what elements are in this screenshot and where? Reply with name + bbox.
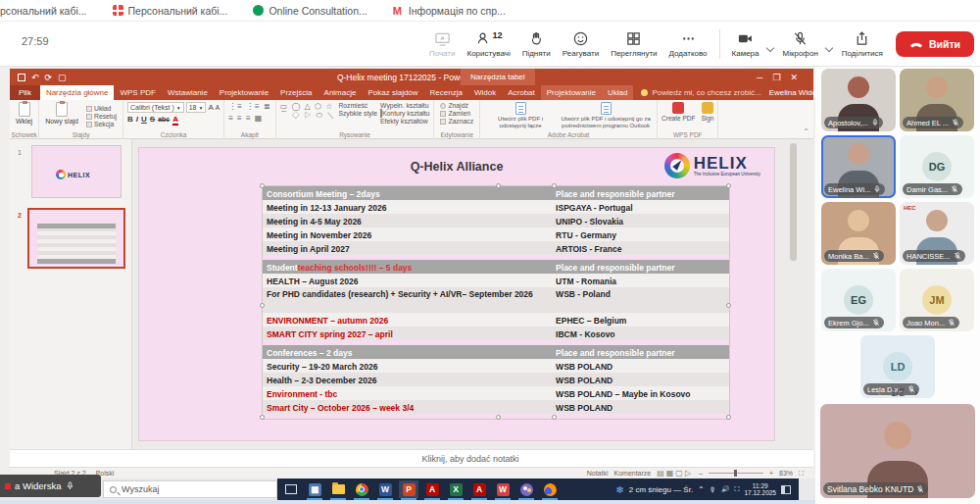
selection-handle[interactable]	[726, 183, 731, 188]
shape-effects-button[interactable]: Efekty kształtów	[380, 118, 429, 125]
tab-acrobat[interactable]: Acrobat	[502, 85, 541, 100]
taskbar-app-acrobat[interactable]: A	[422, 480, 442, 498]
participant-tile[interactable]: Ahmed EL ...	[900, 69, 974, 131]
restore-button[interactable]: ❒	[772, 73, 780, 82]
zoom-out-button[interactable]: –	[699, 470, 703, 477]
slide-thumbnail-2[interactable]	[27, 208, 125, 269]
more-button[interactable]: Додатково	[664, 28, 712, 60]
align-icons[interactable]: ≡ ≡ ≡ ▦	[228, 114, 270, 123]
shape-outline-button[interactable]: Kontury kształtu	[380, 110, 429, 117]
bookmark-item[interactable]: Online Consultation...	[253, 5, 367, 17]
leave-meeting-button[interactable]: Вийти	[896, 31, 974, 57]
bookmark-item[interactable]: рсональний кабі...	[0, 5, 87, 17]
create-pdf-link-button[interactable]: Utwórz plik PDF i udostępnij łącze	[484, 102, 557, 130]
taskbar-app-teams[interactable]	[516, 480, 536, 498]
taskbar-app-chrome[interactable]	[352, 480, 371, 498]
shapes-gallery-row2[interactable]: ⌒ ◇ ▷ ⬭ ＼	[280, 111, 336, 120]
table-row[interactable]: Security – 19-20 March 2026WSB POLAND	[263, 359, 729, 373]
participant-tile[interactable]: DGDamir Gas...	[900, 135, 974, 198]
zoom-slider-thumb[interactable]	[734, 470, 737, 477]
participant-tile[interactable]: Monika Ba...	[821, 202, 896, 265]
pager-prev-icon[interactable]: ‹	[877, 386, 881, 398]
table-row[interactable]: Environment - tbcWSB POLAND – Maybe in K…	[263, 386, 729, 400]
taskbar-app-file-explorer[interactable]	[328, 480, 348, 498]
participant-tile[interactable]: HECHANCISSE...	[900, 202, 974, 265]
taskbar-app-calculator[interactable]: ▦	[305, 480, 324, 498]
selection-handle[interactable]	[726, 303, 731, 308]
paste-button[interactable]: Wklej	[14, 102, 34, 130]
layout-button[interactable]: Układ	[86, 105, 117, 112]
format-s-button[interactable]: S	[150, 115, 155, 124]
notes-toggle[interactable]: Notatki	[587, 470, 609, 477]
contextual-tab-uk-ad[interactable]: Układ	[602, 85, 633, 100]
raise-hand-button[interactable]: Підняти	[517, 28, 556, 60]
section-button[interactable]: Sekcja	[86, 121, 117, 127]
close-button[interactable]: ✕	[790, 73, 798, 82]
bookmark-item[interactable]: Інформація по спр...	[393, 5, 506, 17]
replace-button[interactable]: Zamień	[440, 110, 473, 117]
fit-to-window-icon[interactable]: ⛶	[799, 470, 804, 478]
table-row[interactable]: Meeting in 12-13 January 2026ISPGAYA - P…	[263, 200, 729, 214]
share-button[interactable]: Поділитися	[837, 28, 888, 60]
selection-handle[interactable]	[726, 415, 731, 420]
vertical-scrollbar[interactable]	[790, 143, 797, 261]
tab-wps-pdf[interactable]: WPS PDF	[114, 85, 161, 100]
bookmark-item[interactable]: Персональний кабі...	[113, 5, 228, 17]
table-row[interactable]: Meeting in April 2027ARTOIS - France	[263, 241, 729, 255]
tell-me-box[interactable]: Powiedz mi, co chcesz zrobić...	[633, 85, 768, 100]
selection-handle[interactable]	[552, 415, 557, 420]
weather-text[interactable]: 2 cm śniegu — Śr.	[629, 485, 693, 494]
camera-button[interactable]: Камера	[727, 28, 764, 60]
selection-handle[interactable]	[260, 303, 265, 308]
create-pdf-outlook-button[interactable]: Utwórz plik PDF i udostępnij go za pośre…	[559, 102, 653, 130]
quick-styles-button[interactable]: Szybkie style	[338, 110, 377, 117]
camera-chevron-icon[interactable]	[765, 44, 773, 52]
zoom-in-button[interactable]: +	[769, 470, 773, 477]
format-i-button[interactable]: I	[136, 115, 138, 124]
react-button[interactable]: Реагувати	[558, 28, 604, 60]
tray-chevron-icon[interactable]: ⌃	[698, 485, 705, 494]
taskbar-app-powerpoint[interactable]: P	[399, 480, 418, 498]
tab-recenzja[interactable]: Recenzja	[424, 85, 468, 100]
self-view-name-tag[interactable]: a Widerska	[0, 475, 101, 497]
tab-wstawianie[interactable]: Wstawianie	[162, 85, 214, 100]
mic-button[interactable]: Мікрофон	[778, 28, 823, 60]
reset-button[interactable]: Resetuj	[86, 113, 117, 120]
pager-next-icon[interactable]: ›	[914, 386, 918, 398]
contextual-tab-projektowanie[interactable]: Projektowanie	[541, 85, 602, 100]
font-color-button[interactable]: A	[172, 115, 178, 126]
mic-chevron-icon[interactable]	[825, 44, 833, 52]
slide-thumbnail-1[interactable]: HELIX	[31, 145, 122, 198]
sign-button[interactable]: Sign	[701, 102, 713, 122]
font-size-select[interactable]: 18▼	[186, 102, 207, 113]
participants-button[interactable]: 12 Користувачі	[463, 28, 515, 60]
table-row[interactable]: Meeting in November 2026RTU - Germany	[263, 227, 729, 241]
view-mode-icons[interactable]: ▤▦▢▷	[657, 469, 693, 478]
font-name-select[interactable]: Calibri (Tekst )▼	[127, 102, 184, 113]
zoom-slider[interactable]	[709, 473, 763, 474]
collapse-ribbon-icon[interactable]: ⌃	[803, 127, 809, 136]
table-row[interactable]: ENVIRONMENT – autumn 2026EPHEC – Belgium	[263, 313, 729, 327]
meeting-schedule-table[interactable]: Consortium Meeting – 2daysPlace and resp…	[262, 185, 730, 420]
taskbar-app-excel[interactable]: X	[446, 480, 466, 498]
start-share-button[interactable]: Почати	[424, 28, 461, 60]
taskbar-app-firefox[interactable]	[540, 480, 560, 498]
table-row[interactable]: Meeting in 4-5 May 2026UNIPO - Slovakia	[263, 214, 729, 227]
new-slide-button[interactable]: Nowy slajd	[43, 102, 80, 130]
table-row[interactable]: HEALTH – August 2026UTM - Romania	[263, 274, 729, 287]
notes-placeholder[interactable]: Kliknij, aby dodać notatki	[10, 449, 813, 467]
tab-file[interactable]: Plik	[10, 85, 40, 100]
select-button[interactable]: Zaznacz	[440, 118, 473, 125]
minimize-button[interactable]: ─	[757, 73, 762, 82]
participant-tile-large[interactable]: Svitlana Bebko KNUTD	[820, 404, 975, 498]
zoom-percentage[interactable]: 83%	[779, 470, 793, 477]
shape-fill-button[interactable]: Wypełn. kształtu	[380, 102, 429, 109]
participant-tile[interactable]: Ewelina Wi...	[821, 135, 896, 198]
format-abc-button[interactable]: abc	[158, 116, 170, 123]
tab-widok[interactable]: Widok	[468, 85, 502, 100]
taskbar-app-acrobat2[interactable]: A	[469, 480, 489, 498]
taskbar-search[interactable]: Wyszukaj	[103, 480, 277, 498]
arrange-button[interactable]: Rozmieść	[338, 102, 377, 109]
format-b-button[interactable]: B	[127, 115, 133, 124]
participant-tile[interactable]: Apostolov,...	[821, 69, 896, 131]
